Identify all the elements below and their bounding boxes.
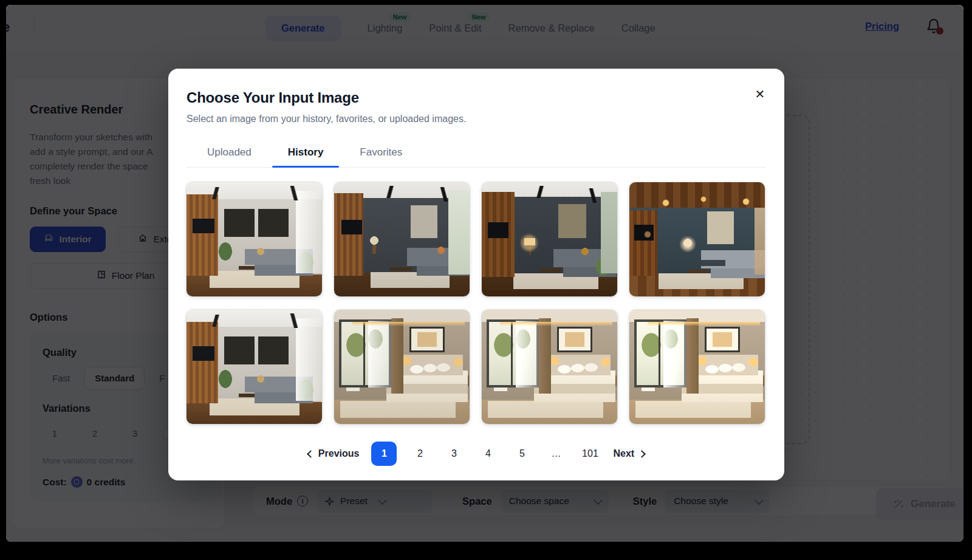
history-image-thumbnail[interactable] (629, 182, 765, 296)
history-image-thumbnail[interactable] (187, 310, 322, 424)
page-button-101[interactable]: 101 (579, 442, 601, 466)
history-image-thumbnail[interactable] (334, 310, 470, 424)
modal-title: Choose Your Input Image (187, 89, 766, 106)
next-page-button[interactable]: Next (613, 448, 645, 459)
tab-favorites[interactable]: Favorites (341, 139, 420, 167)
page-button-4[interactable]: 4 (477, 442, 499, 466)
previous-page-button[interactable]: Previous (308, 448, 360, 459)
choose-input-image-modal: ✕ Choose Your Input Image Select an imag… (168, 69, 784, 480)
history-image-thumbnail[interactable] (482, 310, 617, 424)
history-image-thumbnail[interactable] (187, 182, 322, 296)
close-icon[interactable]: ✕ (751, 86, 768, 103)
history-image-grid (187, 182, 766, 424)
page-button-2[interactable]: 2 (409, 442, 431, 466)
page-ellipsis: … (545, 442, 567, 466)
chevron-left-icon (307, 450, 315, 458)
chevron-right-icon (638, 450, 646, 458)
pagination: Previous 1 2 3 4 5 … 101 Next (168, 442, 784, 466)
image-source-tabs: Uploaded History Favorites (187, 139, 766, 168)
history-image-thumbnail[interactable] (334, 182, 470, 296)
history-image-thumbnail[interactable] (629, 310, 765, 424)
tab-history[interactable]: History (270, 139, 342, 167)
app-window: e Generate LightingNew Point & EditNew R… (6, 5, 963, 542)
modal-subtitle: Select an image from your history, favor… (187, 114, 766, 125)
page-button-3[interactable]: 3 (443, 442, 465, 466)
page-button-5[interactable]: 5 (511, 442, 533, 466)
page-button-1[interactable]: 1 (371, 442, 397, 466)
history-image-thumbnail[interactable] (482, 182, 617, 296)
tab-uploaded[interactable]: Uploaded (189, 139, 270, 167)
